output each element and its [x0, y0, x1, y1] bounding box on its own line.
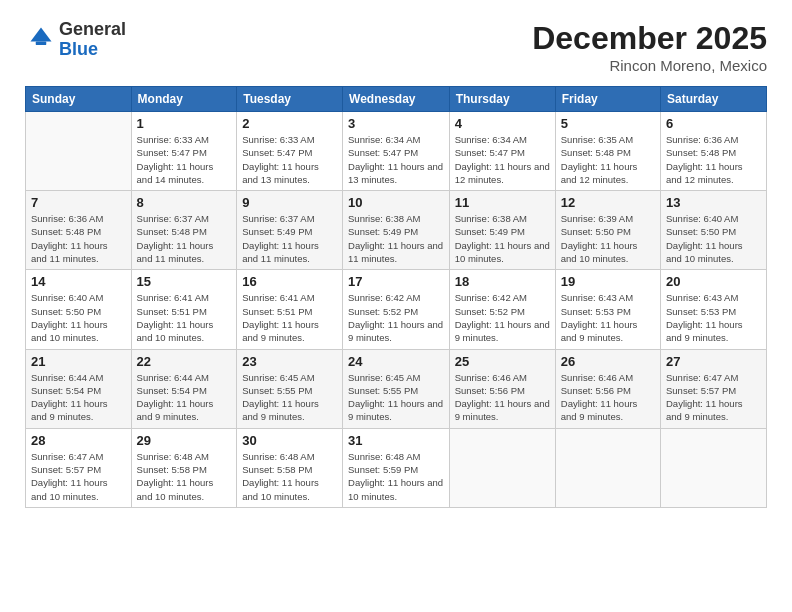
- day-number: 25: [455, 354, 550, 369]
- day-info: Sunrise: 6:41 AMSunset: 5:51 PMDaylight:…: [137, 291, 232, 344]
- day-number: 16: [242, 274, 337, 289]
- table-row: 10Sunrise: 6:38 AMSunset: 5:49 PMDayligh…: [343, 191, 450, 270]
- table-row: [555, 428, 660, 507]
- col-thursday: Thursday: [449, 87, 555, 112]
- svg-rect-1: [36, 41, 47, 45]
- day-number: 5: [561, 116, 655, 131]
- day-number: 17: [348, 274, 444, 289]
- table-row: 16Sunrise: 6:41 AMSunset: 5:51 PMDayligh…: [237, 270, 343, 349]
- col-sunday: Sunday: [26, 87, 132, 112]
- day-info: Sunrise: 6:38 AMSunset: 5:49 PMDaylight:…: [348, 212, 444, 265]
- day-number: 11: [455, 195, 550, 210]
- calendar-week-row: 1Sunrise: 6:33 AMSunset: 5:47 PMDaylight…: [26, 112, 767, 191]
- table-row: 17Sunrise: 6:42 AMSunset: 5:52 PMDayligh…: [343, 270, 450, 349]
- day-number: 19: [561, 274, 655, 289]
- day-info: Sunrise: 6:36 AMSunset: 5:48 PMDaylight:…: [666, 133, 761, 186]
- svg-marker-0: [31, 27, 52, 41]
- logo-general-text: General: [59, 19, 126, 39]
- day-number: 8: [137, 195, 232, 210]
- day-number: 2: [242, 116, 337, 131]
- table-row: 29Sunrise: 6:48 AMSunset: 5:58 PMDayligh…: [131, 428, 237, 507]
- day-number: 3: [348, 116, 444, 131]
- day-info: Sunrise: 6:37 AMSunset: 5:49 PMDaylight:…: [242, 212, 337, 265]
- day-info: Sunrise: 6:33 AMSunset: 5:47 PMDaylight:…: [137, 133, 232, 186]
- table-row: [449, 428, 555, 507]
- table-row: 21Sunrise: 6:44 AMSunset: 5:54 PMDayligh…: [26, 349, 132, 428]
- month-title: December 2025: [532, 20, 767, 57]
- day-info: Sunrise: 6:47 AMSunset: 5:57 PMDaylight:…: [666, 371, 761, 424]
- table-row: 24Sunrise: 6:45 AMSunset: 5:55 PMDayligh…: [343, 349, 450, 428]
- calendar-week-row: 14Sunrise: 6:40 AMSunset: 5:50 PMDayligh…: [26, 270, 767, 349]
- table-row: 7Sunrise: 6:36 AMSunset: 5:48 PMDaylight…: [26, 191, 132, 270]
- day-number: 18: [455, 274, 550, 289]
- table-row: 30Sunrise: 6:48 AMSunset: 5:58 PMDayligh…: [237, 428, 343, 507]
- day-info: Sunrise: 6:42 AMSunset: 5:52 PMDaylight:…: [455, 291, 550, 344]
- day-number: 12: [561, 195, 655, 210]
- day-info: Sunrise: 6:39 AMSunset: 5:50 PMDaylight:…: [561, 212, 655, 265]
- day-number: 13: [666, 195, 761, 210]
- day-info: Sunrise: 6:38 AMSunset: 5:49 PMDaylight:…: [455, 212, 550, 265]
- page: General Blue December 2025 Rincon Moreno…: [0, 0, 792, 612]
- table-row: 3Sunrise: 6:34 AMSunset: 5:47 PMDaylight…: [343, 112, 450, 191]
- day-info: Sunrise: 6:41 AMSunset: 5:51 PMDaylight:…: [242, 291, 337, 344]
- day-info: Sunrise: 6:34 AMSunset: 5:47 PMDaylight:…: [348, 133, 444, 186]
- calendar-header-row: Sunday Monday Tuesday Wednesday Thursday…: [26, 87, 767, 112]
- day-number: 30: [242, 433, 337, 448]
- table-row: 5Sunrise: 6:35 AMSunset: 5:48 PMDaylight…: [555, 112, 660, 191]
- table-row: 31Sunrise: 6:48 AMSunset: 5:59 PMDayligh…: [343, 428, 450, 507]
- day-info: Sunrise: 6:46 AMSunset: 5:56 PMDaylight:…: [455, 371, 550, 424]
- day-number: 14: [31, 274, 126, 289]
- table-row: 11Sunrise: 6:38 AMSunset: 5:49 PMDayligh…: [449, 191, 555, 270]
- table-row: 28Sunrise: 6:47 AMSunset: 5:57 PMDayligh…: [26, 428, 132, 507]
- table-row: [661, 428, 767, 507]
- day-info: Sunrise: 6:44 AMSunset: 5:54 PMDaylight:…: [137, 371, 232, 424]
- logo-blue-text: Blue: [59, 39, 98, 59]
- day-info: Sunrise: 6:33 AMSunset: 5:47 PMDaylight:…: [242, 133, 337, 186]
- day-number: 23: [242, 354, 337, 369]
- location: Rincon Moreno, Mexico: [532, 57, 767, 74]
- day-info: Sunrise: 6:48 AMSunset: 5:58 PMDaylight:…: [137, 450, 232, 503]
- table-row: [26, 112, 132, 191]
- day-info: Sunrise: 6:45 AMSunset: 5:55 PMDaylight:…: [348, 371, 444, 424]
- day-info: Sunrise: 6:46 AMSunset: 5:56 PMDaylight:…: [561, 371, 655, 424]
- table-row: 22Sunrise: 6:44 AMSunset: 5:54 PMDayligh…: [131, 349, 237, 428]
- col-friday: Friday: [555, 87, 660, 112]
- day-number: 29: [137, 433, 232, 448]
- day-number: 22: [137, 354, 232, 369]
- col-monday: Monday: [131, 87, 237, 112]
- day-number: 4: [455, 116, 550, 131]
- day-info: Sunrise: 6:43 AMSunset: 5:53 PMDaylight:…: [666, 291, 761, 344]
- day-info: Sunrise: 6:48 AMSunset: 5:59 PMDaylight:…: [348, 450, 444, 503]
- day-info: Sunrise: 6:40 AMSunset: 5:50 PMDaylight:…: [31, 291, 126, 344]
- col-tuesday: Tuesday: [237, 87, 343, 112]
- calendar-table: Sunday Monday Tuesday Wednesday Thursday…: [25, 86, 767, 508]
- table-row: 27Sunrise: 6:47 AMSunset: 5:57 PMDayligh…: [661, 349, 767, 428]
- day-info: Sunrise: 6:42 AMSunset: 5:52 PMDaylight:…: [348, 291, 444, 344]
- day-info: Sunrise: 6:36 AMSunset: 5:48 PMDaylight:…: [31, 212, 126, 265]
- day-number: 31: [348, 433, 444, 448]
- day-number: 27: [666, 354, 761, 369]
- day-number: 21: [31, 354, 126, 369]
- day-info: Sunrise: 6:37 AMSunset: 5:48 PMDaylight:…: [137, 212, 232, 265]
- day-info: Sunrise: 6:35 AMSunset: 5:48 PMDaylight:…: [561, 133, 655, 186]
- calendar-week-row: 7Sunrise: 6:36 AMSunset: 5:48 PMDaylight…: [26, 191, 767, 270]
- table-row: 12Sunrise: 6:39 AMSunset: 5:50 PMDayligh…: [555, 191, 660, 270]
- day-number: 26: [561, 354, 655, 369]
- table-row: 25Sunrise: 6:46 AMSunset: 5:56 PMDayligh…: [449, 349, 555, 428]
- table-row: 1Sunrise: 6:33 AMSunset: 5:47 PMDaylight…: [131, 112, 237, 191]
- table-row: 9Sunrise: 6:37 AMSunset: 5:49 PMDaylight…: [237, 191, 343, 270]
- day-info: Sunrise: 6:34 AMSunset: 5:47 PMDaylight:…: [455, 133, 550, 186]
- day-number: 7: [31, 195, 126, 210]
- table-row: 14Sunrise: 6:40 AMSunset: 5:50 PMDayligh…: [26, 270, 132, 349]
- table-row: 6Sunrise: 6:36 AMSunset: 5:48 PMDaylight…: [661, 112, 767, 191]
- day-number: 9: [242, 195, 337, 210]
- calendar-week-row: 28Sunrise: 6:47 AMSunset: 5:57 PMDayligh…: [26, 428, 767, 507]
- table-row: 13Sunrise: 6:40 AMSunset: 5:50 PMDayligh…: [661, 191, 767, 270]
- table-row: 18Sunrise: 6:42 AMSunset: 5:52 PMDayligh…: [449, 270, 555, 349]
- title-block: December 2025 Rincon Moreno, Mexico: [532, 20, 767, 74]
- table-row: 26Sunrise: 6:46 AMSunset: 5:56 PMDayligh…: [555, 349, 660, 428]
- day-number: 20: [666, 274, 761, 289]
- table-row: 8Sunrise: 6:37 AMSunset: 5:48 PMDaylight…: [131, 191, 237, 270]
- table-row: 15Sunrise: 6:41 AMSunset: 5:51 PMDayligh…: [131, 270, 237, 349]
- table-row: 19Sunrise: 6:43 AMSunset: 5:53 PMDayligh…: [555, 270, 660, 349]
